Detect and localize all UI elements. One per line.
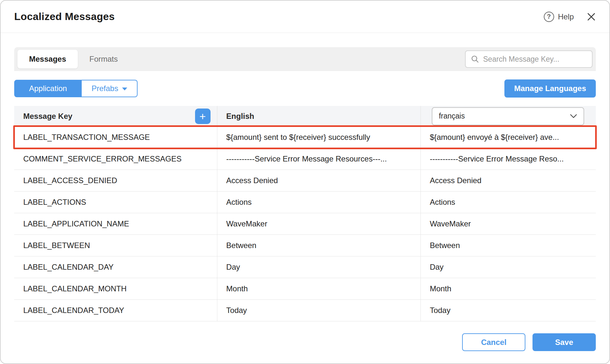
cell-english[interactable]: Day (217, 256, 421, 278)
help-icon: ? (544, 12, 554, 22)
cell-message-key[interactable]: LABEL_CALENDAR_DAY (14, 256, 217, 278)
cell-translation[interactable]: Day (421, 256, 596, 278)
cell-translation[interactable]: ${amount} envoyé à ${receiver} ave... (421, 127, 596, 148)
messages-table: Message Key + English français (14, 106, 596, 321)
chevron-down-icon (570, 114, 577, 119)
table-row[interactable]: LABEL_CALENDAR_DAY Day Day (14, 256, 596, 278)
cell-english[interactable]: Access Denied (217, 170, 421, 191)
help-label: Help (558, 12, 574, 21)
manage-languages-button[interactable]: Manage Languages (504, 79, 596, 98)
add-message-key-button[interactable]: + (195, 109, 211, 124)
toolbar: Application Prefabs Manage Languages (14, 79, 596, 98)
table-row[interactable]: LABEL_ACTIONS Actions Actions (14, 192, 596, 213)
cell-translation[interactable]: Today (421, 300, 596, 321)
search-box[interactable] (465, 50, 593, 68)
cell-english[interactable]: Between (217, 235, 421, 256)
help-button[interactable]: ? Help (544, 12, 574, 22)
table-row[interactable]: LABEL_TRANSACTION_MESSAGE ${amount} sent… (14, 127, 596, 148)
dialog-footer: Cancel Save (462, 333, 596, 351)
cell-translation[interactable]: Access Denied (421, 170, 596, 191)
page-title: Localized Messages (14, 11, 115, 23)
cell-translation[interactable]: Actions (421, 192, 596, 213)
application-button[interactable]: Application (14, 80, 82, 97)
header-actions: ? Help (544, 12, 596, 22)
table-body: LABEL_TRANSACTION_MESSAGE ${amount} sent… (14, 127, 596, 321)
search-icon (471, 55, 479, 63)
cell-message-key[interactable]: LABEL_APPLICATION_NAME (14, 213, 217, 234)
column-header-message-key: Message Key + (14, 106, 217, 126)
save-button[interactable]: Save (532, 333, 596, 351)
cell-translation[interactable]: Month (421, 278, 596, 299)
search-input[interactable] (483, 55, 587, 64)
cell-message-key[interactable]: LABEL_ACCESS_DENIED (14, 170, 217, 191)
cell-translation[interactable]: Between (421, 235, 596, 256)
column-header-english: English (217, 106, 421, 126)
cell-message-key[interactable]: LABEL_TRANSACTION_MESSAGE (14, 127, 217, 148)
scope-toggle: Application Prefabs (14, 80, 138, 97)
message-key-header-label: Message Key (23, 112, 72, 121)
cell-english[interactable]: Actions (217, 192, 421, 213)
table-row[interactable]: LABEL_BETWEEN Between Between (14, 235, 596, 256)
dialog-header: Localized Messages ? Help (1, 1, 609, 33)
table-row[interactable]: LABEL_APPLICATION_NAME WaveMaker WaveMak… (14, 213, 596, 235)
cell-english[interactable]: -----------Service Error Message Resourc… (217, 148, 421, 170)
table-row[interactable]: COMMENT_SERVICE_ERROR_MESSAGES ---------… (14, 148, 596, 170)
cell-english[interactable]: ${amount} sent to ${receiver} successful… (217, 127, 421, 148)
localized-messages-dialog: Localized Messages ? Help Messages Forma… (0, 0, 610, 364)
tab-bar: Messages Formats (14, 47, 596, 71)
cancel-button[interactable]: Cancel (462, 333, 525, 351)
cell-message-key[interactable]: LABEL_CALENDAR_MONTH (14, 278, 217, 299)
cell-english[interactable]: Today (217, 300, 421, 321)
dialog-content: Messages Formats Application Prefabs Man… (1, 33, 609, 321)
column-header-language: français (421, 106, 596, 126)
language-select[interactable]: français (432, 107, 584, 125)
cell-translation[interactable]: -----------Service Error Message Reso... (421, 148, 596, 170)
cell-english[interactable]: Month (217, 278, 421, 299)
language-select-value: français (439, 112, 465, 120)
table-row[interactable]: LABEL_ACCESS_DENIED Access Denied Access… (14, 170, 596, 192)
close-button[interactable] (587, 12, 596, 21)
cell-message-key[interactable]: LABEL_CALENDAR_TODAY (14, 300, 217, 321)
close-icon (587, 12, 596, 21)
table-header-row: Message Key + English français (14, 106, 596, 127)
cell-english[interactable]: WaveMaker (217, 213, 421, 234)
cell-translation[interactable]: WaveMaker (421, 213, 596, 234)
caret-down-icon (122, 88, 127, 90)
prefabs-label: Prefabs (91, 84, 118, 93)
table-row[interactable]: LABEL_CALENDAR_TODAY Today Today (14, 300, 596, 321)
table-row[interactable]: LABEL_CALENDAR_MONTH Month Month (14, 278, 596, 300)
tab-formats[interactable]: Formats (78, 50, 129, 68)
tab-messages[interactable]: Messages (17, 50, 78, 68)
cell-message-key[interactable]: COMMENT_SERVICE_ERROR_MESSAGES (14, 148, 217, 170)
cell-message-key[interactable]: LABEL_BETWEEN (14, 235, 217, 256)
plus-icon: + (200, 111, 206, 122)
cell-message-key[interactable]: LABEL_ACTIONS (14, 192, 217, 213)
prefabs-button[interactable]: Prefabs (82, 80, 138, 97)
english-header-label: English (226, 112, 254, 121)
